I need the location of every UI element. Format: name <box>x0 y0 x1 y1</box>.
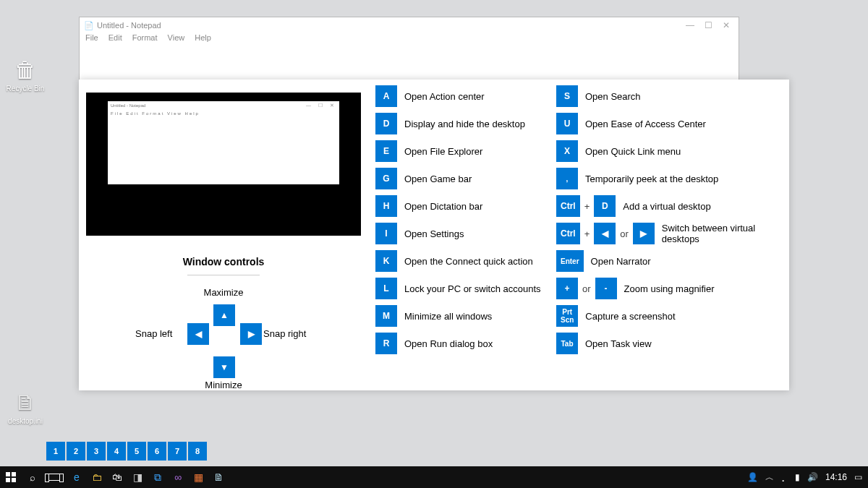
or-label: or <box>620 228 629 239</box>
shortcut-row: Ctrl + D Add a virtual desktop <box>556 195 788 217</box>
taskbar-app-explorer[interactable]: 🗀 <box>87 467 107 487</box>
taskbar-hint: 5 <box>127 442 146 461</box>
close-button[interactable]: ✕ <box>723 20 730 30</box>
volume-icon[interactable]: 🔊 <box>807 472 818 482</box>
shortcut-desc: Open Settings <box>404 228 464 239</box>
shortcut-row: LLock your PC or switch accounts <box>375 278 549 299</box>
menu-bar: File Edit Format View Help <box>80 33 739 46</box>
shortcut-row: KOpen the Connect quick action <box>375 250 549 272</box>
or-label: or <box>582 283 591 294</box>
people-icon[interactable]: 👤 <box>747 472 758 482</box>
shortcut-row: ROpen Run dialog box <box>375 333 549 354</box>
minimize-button[interactable]: — <box>686 20 694 30</box>
windows-logo-icon <box>6 472 16 482</box>
recycle-bin-icon: 🗑 <box>14 58 36 82</box>
shortcut-row: Prt ScnCapture a screenshot <box>556 305 788 327</box>
key-badge: + <box>556 278 578 299</box>
key-badge: M <box>375 305 397 327</box>
shortcut-desc: Display and hide the desktop <box>404 119 525 129</box>
window-controls-title: Window controls <box>86 256 361 267</box>
taskbar-app-store[interactable]: 🛍 <box>107 467 127 487</box>
shortcut-desc: Open Dictation bar <box>404 201 482 212</box>
shortcut-desc: Open Ease of Access Center <box>585 119 706 129</box>
key-badge: Ctrl <box>556 195 580 217</box>
key-badge: R <box>375 333 397 354</box>
taskbar-hint: 6 <box>148 442 166 461</box>
shortcut-desc: Minimize all windows <box>404 311 492 322</box>
taskbar: ⌕ e 🗀 🛍 ◨ ⧉ ∞ ▦ 🗎 👤 ︿ ⡀ ▮ 🔊 14:16 ▭ <box>0 466 868 488</box>
preview-menu: File Edit Format View Help <box>111 111 200 116</box>
taskbar-hint: 7 <box>168 442 187 461</box>
shortcut-column-2: SOpen Search UOpen Ease of Access Center… <box>556 85 788 354</box>
shortcut-desc: Add a virtual desktop <box>623 201 710 212</box>
wifi-icon[interactable]: ⡀ <box>781 472 788 482</box>
desktop-preview: Untitled - Notepad File Edit Format View… <box>86 93 361 236</box>
key-badge: Ctrl <box>556 223 580 244</box>
shortcut-row: Ctrl + ◀ or ▶ Switch between virtual des… <box>556 223 788 244</box>
plus-sign: + <box>584 201 590 212</box>
shortcut-row: MMinimize all windows <box>375 305 549 327</box>
label-minimize: Minimize <box>86 380 361 390</box>
key-badge: D <box>594 195 616 217</box>
window-title: Untitled - Notepad <box>97 21 161 30</box>
menu-help[interactable]: Help <box>195 33 211 46</box>
menu-format[interactable]: Format <box>132 33 158 46</box>
shortcut-row: ,Temporarily peek at the desktop <box>556 168 788 189</box>
key-badge: S <box>556 85 578 107</box>
taskbar-hint: 4 <box>107 442 126 461</box>
arrow-left-key: ◀ <box>594 223 616 244</box>
label-snap-left: Snap left <box>135 328 172 339</box>
desktop-icon-recycle-bin[interactable]: 🗑 Recycle Bin <box>4 58 47 93</box>
start-button[interactable] <box>0 466 22 488</box>
menu-view[interactable]: View <box>168 33 185 46</box>
preview-window-buttons: — ☐ ✕ <box>306 103 337 108</box>
task-view-button[interactable] <box>43 466 65 488</box>
search-button[interactable]: ⌕ <box>22 466 43 488</box>
arrow-left-key: ◀ <box>187 323 209 345</box>
key-badge: G <box>375 168 397 189</box>
chevron-up-icon[interactable]: ︿ <box>765 471 774 484</box>
taskbar-hint: 3 <box>87 442 106 461</box>
desktop-icon-label: desktop.ini <box>8 417 43 425</box>
shortcut-row: AOpen Action center <box>375 85 549 107</box>
key-badge: Tab <box>556 333 578 354</box>
taskbar-app-terminal[interactable]: ◨ <box>127 467 148 487</box>
shortcut-row: DDisplay and hide the desktop <box>375 113 549 134</box>
maximize-button[interactable]: ☐ <box>705 20 712 30</box>
file-icon: 🗎 <box>14 390 36 415</box>
taskbar-app-vs[interactable]: ∞ <box>168 467 188 487</box>
shortcut-guide-overlay: Untitled - Notepad File Edit Format View… <box>79 80 789 390</box>
shortcut-column-1: AOpen Action center DDisplay and hide th… <box>375 85 549 354</box>
taskbar-hint: 1 <box>46 442 65 461</box>
menu-file[interactable]: File <box>85 33 98 46</box>
arrow-right-key: ▶ <box>633 223 655 244</box>
shortcut-desc: Open File Explorer <box>404 146 482 157</box>
shortcut-row: EnterOpen Narrator <box>556 250 788 272</box>
shortcut-desc: Open Quick Link menu <box>585 146 681 157</box>
taskbar-app-vscode[interactable]: ⧉ <box>148 467 168 487</box>
label-snap-right: Snap right <box>263 328 306 339</box>
clock[interactable]: 14:16 <box>825 472 847 482</box>
shortcut-row: SOpen Search <box>556 85 788 107</box>
shortcut-row: GOpen Game bar <box>375 168 549 189</box>
desktop-icon-desktop-ini[interactable]: 🗎 desktop.ini <box>4 390 47 425</box>
battery-icon[interactable]: ▮ <box>795 472 800 482</box>
key-badge: Enter <box>556 250 584 272</box>
shortcut-desc: Temporarily peek at the desktop <box>585 174 718 184</box>
shortcut-row: + or - Zoom using magnifier <box>556 278 788 299</box>
taskbar-app-powertoys[interactable]: ▦ <box>188 467 208 487</box>
notifications-icon[interactable]: ▭ <box>854 472 862 482</box>
shortcut-desc: Open Search <box>585 91 641 102</box>
key-badge: D <box>375 113 397 134</box>
taskbar-app-notepad[interactable]: 🗎 <box>208 467 229 487</box>
arrow-up-key: ▲ <box>213 304 235 326</box>
menu-edit[interactable]: Edit <box>109 33 122 46</box>
shortcut-row: EOpen File Explorer <box>375 140 549 162</box>
shortcut-desc: Open Task view <box>585 338 652 349</box>
arrow-right-key: ▶ <box>240 323 262 345</box>
key-badge: K <box>375 250 397 272</box>
shortcut-desc: Open Action center <box>404 91 485 102</box>
shortcut-row: IOpen Settings <box>375 223 549 244</box>
taskbar-app-edge[interactable]: e <box>67 467 87 487</box>
key-badge: A <box>375 85 397 107</box>
